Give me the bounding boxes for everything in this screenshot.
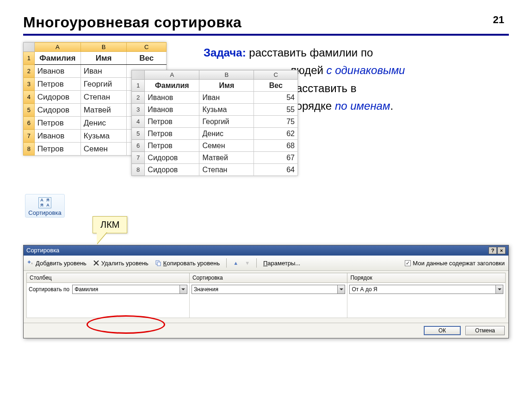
- grid-header-sort[interactable]: Сортировка: [189, 273, 347, 283]
- cell[interactable]: Денис: [80, 117, 127, 130]
- cell[interactable]: Вес: [127, 52, 167, 65]
- headers-checkbox[interactable]: ✓ Мои данные содержат заголовки: [405, 260, 505, 267]
- cell[interactable]: Кузьма: [80, 130, 127, 143]
- order-combo[interactable]: От А до Я: [349, 285, 503, 294]
- add-level-button[interactable]: А Добавить уровень: [27, 260, 87, 267]
- col-header-c[interactable]: C: [127, 43, 167, 52]
- content-area: Задача: расставить фамилии по xxxxxxxxxx…: [23, 42, 509, 241]
- options-button[interactable]: Параметры...: [263, 260, 300, 267]
- cell[interactable]: Иван: [80, 65, 127, 78]
- cell[interactable]: Вес: [254, 80, 298, 92]
- cell[interactable]: Степан: [80, 91, 127, 104]
- cell[interactable]: Сидоров: [145, 164, 199, 176]
- grid-header-order[interactable]: Порядок: [347, 273, 506, 283]
- select-all-corner[interactable]: [24, 43, 35, 52]
- dialog-grid-area: Столбец Сортировка Порядок Сортировать п…: [24, 271, 508, 323]
- cell[interactable]: Имя: [80, 52, 127, 65]
- row-header[interactable]: 3: [24, 78, 35, 91]
- row-header[interactable]: 1: [132, 80, 145, 92]
- cell[interactable]: Петров: [145, 116, 199, 128]
- cell[interactable]: Сидоров: [34, 91, 80, 104]
- page-title: Многоуровневая сортировка: [23, 14, 509, 31]
- grid-cell-order: От А до Я: [347, 283, 506, 318]
- cell[interactable]: Семен: [80, 143, 127, 156]
- row-header[interactable]: 1: [24, 52, 35, 65]
- copy-level-button[interactable]: Копировать уровень: [155, 260, 220, 267]
- cell[interactable]: 75: [254, 116, 298, 128]
- dialog-footer: ОК Отмена: [24, 323, 508, 338]
- chevron-down-icon: [179, 285, 187, 294]
- col-header-a[interactable]: A: [145, 70, 199, 80]
- cell[interactable]: 64: [254, 164, 298, 176]
- cell[interactable]: 67: [254, 152, 298, 164]
- row-header[interactable]: 4: [132, 116, 145, 128]
- select-all-corner[interactable]: [132, 70, 145, 80]
- row-header[interactable]: 5: [132, 128, 145, 140]
- sort-dialog: Сортировка ? × А Добавить уровень Удалит…: [23, 245, 509, 338]
- cell[interactable]: Сидоров: [145, 152, 199, 164]
- move-down-button[interactable]: ▼: [245, 260, 250, 266]
- cell[interactable]: Фамилия: [34, 52, 80, 65]
- cell[interactable]: Кузьма: [199, 104, 254, 116]
- cell[interactable]: Семен: [199, 140, 254, 152]
- cell[interactable]: Иванов: [34, 130, 80, 143]
- cell[interactable]: Георгий: [199, 116, 254, 128]
- row-header[interactable]: 6: [24, 117, 35, 130]
- row-header[interactable]: 2: [24, 65, 35, 78]
- help-button[interactable]: ?: [489, 247, 497, 254]
- cell[interactable]: Иванов: [34, 65, 80, 78]
- cell[interactable]: Сидоров: [34, 104, 80, 117]
- cancel-button[interactable]: Отмена: [465, 326, 505, 335]
- cell[interactable]: 54: [254, 92, 298, 104]
- cell[interactable]: Иванов: [145, 104, 199, 116]
- delete-level-label: Удалить уровень: [101, 260, 148, 267]
- cell[interactable]: Имя: [199, 80, 254, 92]
- cell[interactable]: Иванов: [145, 92, 199, 104]
- row-header[interactable]: 3: [132, 104, 145, 116]
- col-header-b[interactable]: B: [199, 70, 254, 80]
- column-combo[interactable]: Фамилия: [72, 285, 187, 294]
- close-button[interactable]: ×: [497, 247, 506, 254]
- sorton-combo[interactable]: Значения: [192, 285, 346, 294]
- col-header-a[interactable]: A: [34, 43, 80, 52]
- cell[interactable]: Петров: [34, 117, 80, 130]
- row-header[interactable]: 7: [24, 130, 35, 143]
- col-header-b[interactable]: B: [80, 43, 127, 52]
- cell[interactable]: 62: [254, 128, 298, 140]
- cell[interactable]: Иван: [199, 92, 254, 104]
- result-table[interactable]: A B C 1 Фамилия Имя Вес 2ИвановИван54 3И…: [131, 70, 298, 176]
- row-header[interactable]: 7: [132, 152, 145, 164]
- col-header-c[interactable]: C: [254, 70, 298, 80]
- row-header[interactable]: 8: [24, 143, 35, 156]
- order-combo-value: От А до Я: [352, 286, 377, 293]
- title-rule: [23, 34, 509, 36]
- grid-header-column[interactable]: Столбец: [27, 273, 190, 283]
- cell[interactable]: Матвей: [80, 104, 127, 117]
- svg-rect-6: [157, 262, 161, 266]
- cell[interactable]: 55: [254, 104, 298, 116]
- column-combo-value: Фамилия: [74, 286, 98, 293]
- add-level-icon: А: [27, 260, 34, 266]
- row-header[interactable]: 4: [24, 91, 35, 104]
- row-header[interactable]: 2: [132, 92, 145, 104]
- cell[interactable]: Петров: [145, 140, 199, 152]
- ok-button[interactable]: ОК: [424, 326, 461, 335]
- dialog-titlebar[interactable]: Сортировка ? ×: [24, 245, 508, 256]
- cell[interactable]: Степан: [199, 164, 254, 176]
- cell[interactable]: Петров: [34, 143, 80, 156]
- sort-button-label: Сортировка: [26, 209, 63, 216]
- cell[interactable]: Георгий: [80, 78, 127, 91]
- sort-ribbon-button[interactable]: АЯЯА Сортировка: [25, 194, 65, 218]
- task-line1: расставить фамилии по: [249, 46, 373, 59]
- cell[interactable]: 68: [254, 140, 298, 152]
- row-header[interactable]: 5: [24, 104, 35, 117]
- cell[interactable]: Денис: [199, 128, 254, 140]
- cell[interactable]: Фамилия: [145, 80, 199, 92]
- move-up-button[interactable]: ▲: [233, 260, 238, 266]
- cell[interactable]: Матвей: [199, 152, 254, 164]
- cell[interactable]: Петров: [34, 78, 80, 91]
- cell[interactable]: Петров: [145, 128, 199, 140]
- delete-level-button[interactable]: Удалить уровень: [93, 260, 148, 267]
- row-header[interactable]: 8: [132, 164, 145, 176]
- row-header[interactable]: 6: [132, 140, 145, 152]
